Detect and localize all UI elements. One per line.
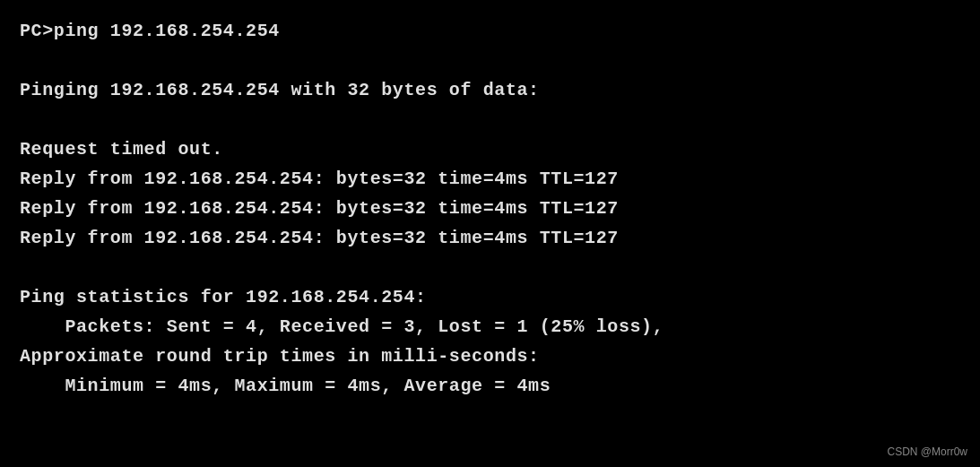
reply-2: Reply from 192.168.254.254: bytes=32 tim…	[20, 194, 960, 223]
timeout-line: Request timed out.	[20, 134, 960, 164]
reply-3: Reply from 192.168.254.254: bytes=32 tim…	[20, 223, 960, 253]
minmax-line: Minimum = 4ms, Maximum = 4ms, Average = …	[20, 371, 960, 401]
empty-1	[20, 46, 960, 75]
approx-line: Approximate round trip times in milli-se…	[20, 342, 960, 371]
terminal-window: PC>ping 192.168.254.254Pinging 192.168.2…	[0, 0, 980, 467]
pinging-line: Pinging 192.168.254.254 with 32 bytes of…	[20, 75, 960, 105]
empty-2	[20, 105, 960, 134]
stats-header: Ping statistics for 192.168.254.254:	[20, 282, 960, 312]
cmd-line: PC>ping 192.168.254.254	[20, 16, 960, 46]
reply-1: Reply from 192.168.254.254: bytes=32 tim…	[20, 164, 960, 194]
watermark: CSDN @Morr0w	[887, 445, 967, 458]
empty-3	[20, 253, 960, 282]
packets-line: Packets: Sent = 4, Received = 3, Lost = …	[20, 312, 960, 342]
